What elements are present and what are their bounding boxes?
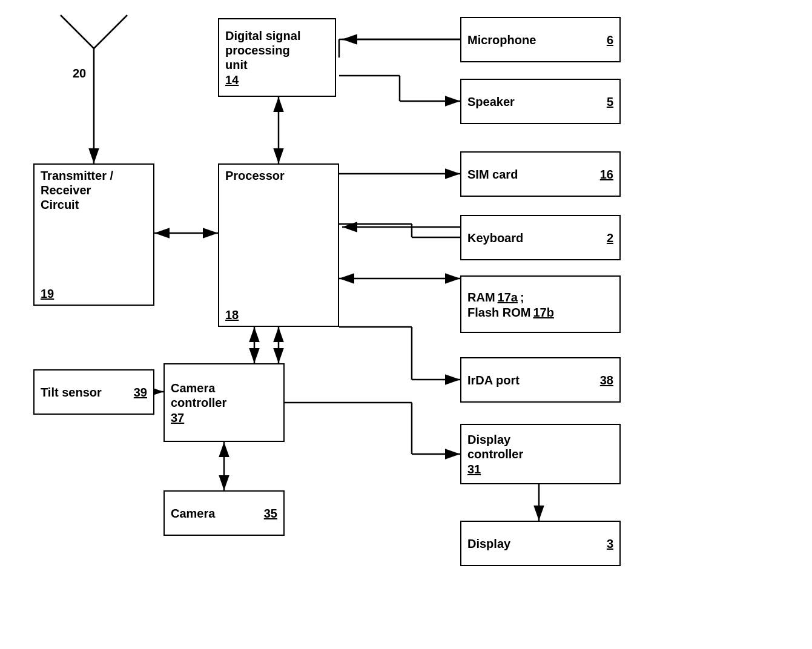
keyboard-title: Keyboard [467, 231, 523, 245]
svg-line-31 [94, 15, 127, 48]
keyboard-block: Keyboard 2 [460, 215, 621, 260]
speaker-title: Speaker [467, 94, 515, 109]
camera-title: Camera [171, 506, 215, 521]
display-block: Display 3 [460, 521, 621, 566]
transmitter-num: 19 [41, 287, 54, 301]
ram-title: RAM [467, 290, 495, 305]
antenna-label: 20 [73, 67, 86, 81]
camera-ctrl-block: Cameracontroller 37 [163, 363, 285, 442]
svg-line-30 [61, 15, 94, 48]
speaker-num: 5 [607, 95, 613, 109]
microphone-title: Microphone [467, 33, 536, 47]
transmitter-block: Transmitter /ReceiverCircuit 19 [33, 163, 154, 306]
diagram: 20 Digital signalprocessingunit 14 Micro… [0, 0, 812, 649]
tilt-block: Tilt sensor 39 [33, 369, 154, 415]
transmitter-title: Transmitter /ReceiverCircuit [41, 168, 113, 212]
irda-num: 38 [600, 374, 613, 387]
microphone-block: Microphone 6 [460, 17, 621, 62]
processor-block: Processor 18 [218, 163, 339, 327]
keyboard-num: 2 [607, 231, 613, 245]
rom-num: 17b [533, 306, 553, 320]
display-ctrl-title: Displaycontroller [467, 432, 523, 461]
display-title: Display [467, 536, 510, 551]
camera-ctrl-title: Cameracontroller [171, 381, 226, 410]
camera-block: Camera 35 [163, 490, 285, 536]
dsp-block: Digital signalprocessingunit 14 [218, 18, 336, 97]
tilt-num: 39 [134, 386, 147, 400]
dsp-num: 14 [225, 73, 239, 87]
rom-title: Flash ROM [467, 305, 530, 320]
sim-num: 16 [600, 168, 613, 182]
sim-block: SIM card 16 [460, 151, 621, 197]
irda-block: IrDA port 38 [460, 357, 621, 403]
ram-block: RAM 17a; Flash ROM 17b [460, 275, 621, 333]
dsp-title: Digital signalprocessingunit [225, 28, 300, 72]
irda-title: IrDA port [467, 373, 520, 387]
camera-num: 35 [264, 507, 277, 521]
processor-num: 18 [225, 308, 239, 322]
processor-title: Processor [225, 168, 285, 183]
sim-title: SIM card [467, 167, 518, 182]
speaker-block: Speaker 5 [460, 79, 621, 124]
microphone-num: 6 [607, 33, 613, 47]
ram-num: 17a [498, 291, 518, 305]
camera-ctrl-num: 37 [171, 411, 184, 425]
display-num: 3 [607, 537, 613, 551]
tilt-title: Tilt sensor [41, 385, 102, 400]
display-ctrl-block: Displaycontroller 31 [460, 424, 621, 484]
connections-svg [0, 0, 812, 649]
display-ctrl-num: 31 [467, 463, 481, 476]
